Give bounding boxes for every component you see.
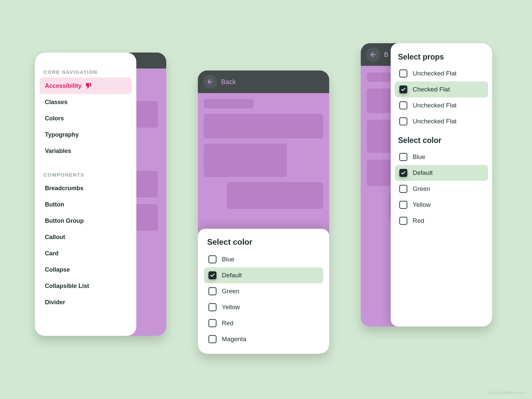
nav-item[interactable]: Breadcrumbs [40, 180, 132, 197]
checkbox-icon [208, 319, 216, 327]
nav-item-label: Button [45, 201, 64, 208]
option-row[interactable]: Red [395, 213, 488, 229]
option-row[interactable]: Blue [395, 149, 488, 165]
back-button[interactable] [366, 48, 380, 62]
option-label: Green [413, 185, 430, 193]
checkbox-icon [399, 217, 407, 225]
nav-section-components: COMPONENTS [35, 167, 136, 180]
option-label: Unchecked Flat [413, 102, 457, 109]
content-placeholder [198, 93, 329, 220]
nav-item-label: Card [45, 250, 59, 257]
watermark: post of uimaker.com [487, 390, 526, 395]
arrow-left-icon [369, 51, 377, 58]
header-title: B [384, 51, 388, 59]
option-row[interactable]: Green [204, 283, 323, 299]
nav-item-label: Breadcrumbs [45, 185, 83, 192]
checkbox-icon [399, 117, 407, 125]
app-header: Back [198, 70, 329, 93]
checkbox-icon [399, 101, 407, 109]
option-row[interactable]: Yellow [395, 197, 488, 213]
checkbox-icon [208, 255, 216, 263]
option-row[interactable]: Unchecked Flat [395, 113, 488, 129]
option-label: Red [413, 217, 424, 224]
nav-item[interactable]: Accessibility [40, 77, 132, 94]
checkbox-icon [208, 303, 216, 311]
nav-item[interactable]: Button [40, 197, 132, 213]
option-label: Unchecked Flat [413, 70, 457, 77]
nav-item[interactable]: Card [40, 245, 132, 262]
nav-item-label: Colors [45, 115, 64, 122]
sheet-title: Select color [207, 237, 320, 247]
option-label: Default [413, 169, 433, 177]
checkbox-icon [399, 153, 407, 161]
option-row[interactable]: Red [204, 315, 323, 331]
back-button[interactable] [203, 75, 217, 89]
checkbox-icon [208, 335, 216, 343]
option-label: Blue [222, 256, 234, 263]
checkbox-icon [399, 201, 407, 209]
option-label: Default [222, 272, 242, 279]
nav-section-core: CORE NAVIGATION [35, 65, 136, 77]
checkbox-icon [399, 85, 407, 93]
option-row[interactable]: Unchecked Flat [395, 97, 488, 113]
side-section-props-title: Select props [398, 53, 485, 62]
side-section-color-title: Select color [398, 136, 485, 145]
checkbox-icon [208, 287, 216, 295]
nav-item-label: Accessibility [45, 82, 81, 89]
option-row[interactable]: Blue [204, 251, 323, 267]
option-row[interactable]: Checked Flat [395, 81, 488, 97]
option-label: Unchecked Flat [413, 118, 457, 125]
nav-item[interactable]: Colors [40, 110, 132, 127]
option-row[interactable]: Green [395, 181, 488, 197]
nav-item[interactable]: Callout [40, 229, 132, 245]
option-label: Blue [413, 153, 425, 161]
checkbox-icon [208, 271, 216, 279]
arrow-left-icon [206, 78, 214, 85]
nav-item[interactable]: Classes [40, 94, 132, 110]
nav-drawer: CORE NAVIGATION AccessibilityClassesColo… [35, 53, 136, 336]
nav-item-label: Button Group [45, 217, 84, 224]
nav-item[interactable]: Variables [40, 143, 132, 159]
nav-item-label: Callout [45, 234, 65, 241]
nav-item-label: Typography [45, 131, 79, 138]
checkbox-icon [399, 169, 407, 177]
nav-item-label: Classes [45, 99, 67, 106]
nav-item[interactable]: Collapse [40, 262, 132, 278]
option-label: Yellow [222, 304, 240, 311]
option-label: Yellow [413, 201, 431, 208]
bottom-sheet: Select color BlueDefaultGreenYellowRedMa… [198, 229, 329, 354]
nav-item[interactable]: Button Group [40, 213, 132, 229]
option-row[interactable]: Default [395, 165, 488, 181]
side-panel: Select props Unchecked FlatChecked FlatU… [391, 43, 492, 327]
nav-mockup: CORE NAVIGATION AccessibilityClassesColo… [35, 53, 166, 336]
option-row[interactable]: Yellow [204, 299, 323, 315]
option-label: Magenta [222, 335, 246, 343]
nav-item-label: Divider [45, 299, 65, 306]
nav-item[interactable]: Divider [40, 294, 132, 311]
sheet-mockup: Back Select color BlueDefaultGreenYellow… [198, 70, 329, 354]
nav-item[interactable]: Typography [40, 127, 132, 143]
nav-item-label: Collapse [45, 266, 70, 273]
nav-item-label: Collapsible List [45, 283, 89, 290]
option-row[interactable]: Magenta [204, 331, 323, 347]
option-row[interactable]: Unchecked Flat [395, 66, 488, 81]
option-label: Checked Flat [413, 86, 450, 93]
option-row[interactable]: Default [204, 267, 323, 283]
option-label: Red [222, 320, 233, 327]
checkbox-icon [399, 69, 407, 77]
option-label: Green [222, 288, 239, 295]
nav-item[interactable]: Collapsible List [40, 278, 132, 294]
checkbox-icon [399, 185, 407, 193]
nav-item-label: Variables [45, 148, 71, 155]
header-title: Back [221, 78, 236, 86]
thumbs-down-icon [85, 82, 92, 89]
side-panel-mockup: B Select props Unchecked FlatChecked Fla… [361, 43, 492, 327]
